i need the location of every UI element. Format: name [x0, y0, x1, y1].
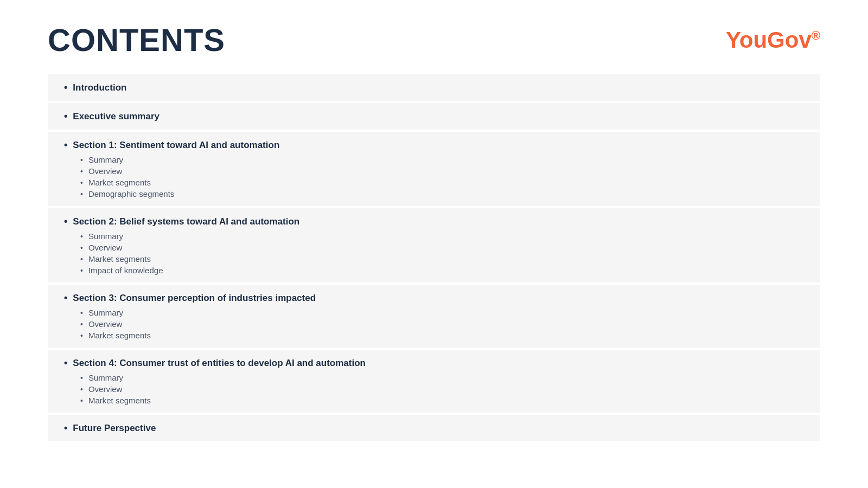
- sub-item-section2-0: • Summary: [64, 232, 804, 241]
- contents-item-section1: • Section 1: Sentiment toward AI and aut…: [48, 132, 820, 206]
- contents-item-section3: • Section 3: Consumer perception of indu…: [48, 285, 820, 348]
- page-title: CONTENTS: [48, 22, 225, 58]
- sub-label-section1-3: Demographic segments: [88, 189, 174, 198]
- sub-label-section2-3: Impact of knowledge: [88, 266, 163, 275]
- contents-list: • Introduction • Executive summary • Sec…: [48, 74, 820, 441]
- sub-item-section1-1: • Overview: [64, 166, 804, 176]
- sub-bullet-section3-0: •: [80, 309, 83, 317]
- sub-bullet-section3-1: •: [80, 320, 83, 329]
- contents-item-section2: • Section 2: Belief systems toward AI an…: [48, 208, 820, 282]
- sub-label-section1-0: Summary: [88, 155, 123, 164]
- sub-item-section1-0: • Summary: [64, 155, 804, 164]
- sub-items-section4: • Summary • Overview • Market segments: [64, 373, 804, 405]
- sub-item-section4-1: • Overview: [64, 384, 804, 394]
- sub-label-section4-0: Summary: [88, 373, 123, 382]
- sub-label-section1-1: Overview: [88, 166, 123, 176]
- sub-label-section3-0: Summary: [88, 308, 123, 317]
- label-section2: Section 2: Belief systems toward AI and …: [73, 216, 299, 227]
- sub-item-section1-3: • Demographic segments: [64, 189, 804, 198]
- sub-items-section2: • Summary • Overview • Market segments: [64, 232, 804, 275]
- sub-item-section4-2: • Market segments: [64, 396, 804, 405]
- sub-label-section2-1: Overview: [88, 243, 123, 252]
- simple-title-executive-summary: • Executive summary: [64, 111, 804, 122]
- sub-label-section4-2: Market segments: [88, 396, 151, 405]
- sub-bullet-section4-2: •: [80, 396, 83, 405]
- sub-bullet-section1-2: •: [80, 178, 83, 187]
- sub-bullet-section2-0: •: [80, 232, 83, 241]
- bullet-section2: •: [64, 216, 67, 227]
- sub-item-section1-2: • Market segments: [64, 178, 804, 187]
- sub-item-section4-0: • Summary: [64, 373, 804, 382]
- bullet-introduction: •: [64, 82, 67, 93]
- sub-label-section4-1: Overview: [88, 384, 123, 394]
- sub-item-section3-0: • Summary: [64, 308, 804, 317]
- yougov-logo: YouGov®: [726, 27, 820, 53]
- logo-gov: Gov: [767, 27, 812, 53]
- bullet-section4: •: [64, 357, 67, 369]
- sub-label-section3-2: Market segments: [88, 331, 151, 340]
- sub-item-section2-3: • Impact of knowledge: [64, 266, 804, 275]
- label-section1: Section 1: Sentiment toward AI and autom…: [73, 140, 279, 151]
- contents-item-introduction: • Introduction: [48, 74, 820, 101]
- sub-items-section3: • Summary • Overview • Market segments: [64, 308, 804, 340]
- sub-items-section1: • Summary • Overview • Market segments: [64, 155, 804, 198]
- header: CONTENTS YouGov®: [48, 22, 820, 58]
- sub-bullet-section2-2: •: [80, 255, 83, 264]
- section-title-section4: • Section 4: Consumer trust of entities …: [64, 357, 804, 369]
- sub-item-section3-2: • Market segments: [64, 331, 804, 340]
- label-introduction: Introduction: [73, 82, 126, 93]
- section-title-section3: • Section 3: Consumer perception of indu…: [64, 292, 804, 304]
- sub-bullet-section4-0: •: [80, 374, 83, 382]
- simple-title-introduction: • Introduction: [64, 82, 804, 93]
- sub-bullet-section2-3: •: [80, 266, 83, 275]
- label-executive-summary: Executive summary: [73, 111, 159, 122]
- bullet-section3: •: [64, 292, 67, 304]
- sub-item-section2-1: • Overview: [64, 243, 804, 252]
- sub-label-section2-2: Market segments: [88, 254, 151, 264]
- section-title-section2: • Section 2: Belief systems toward AI an…: [64, 216, 804, 227]
- contents-item-future-perspective: • Future Perspective: [48, 415, 820, 441]
- bullet-section1: •: [64, 139, 67, 151]
- sub-label-section2-0: Summary: [88, 232, 123, 241]
- sub-bullet-section1-3: •: [80, 190, 83, 198]
- bullet-executive-summary: •: [64, 111, 67, 122]
- sub-item-section3-1: • Overview: [64, 319, 804, 329]
- section-title-section1: • Section 1: Sentiment toward AI and aut…: [64, 139, 804, 151]
- label-section3: Section 3: Consumer perception of indust…: [73, 293, 316, 304]
- contents-item-section4: • Section 4: Consumer trust of entities …: [48, 350, 820, 413]
- logo-you: You: [726, 27, 767, 53]
- simple-title-future-perspective: • Future Perspective: [64, 422, 804, 434]
- sub-label-section1-2: Market segments: [88, 178, 151, 187]
- sub-label-section3-1: Overview: [88, 319, 123, 329]
- label-future-perspective: Future Perspective: [73, 423, 156, 434]
- sub-bullet-section4-1: •: [80, 385, 83, 394]
- label-section4: Section 4: Consumer trust of entities to…: [73, 358, 366, 369]
- sub-bullet-section1-1: •: [80, 167, 83, 176]
- sub-bullet-section1-0: •: [80, 156, 83, 164]
- sub-item-section2-2: • Market segments: [64, 254, 804, 264]
- sub-bullet-section3-2: •: [80, 331, 83, 340]
- logo-registered: ®: [812, 29, 820, 42]
- bullet-future-perspective: •: [64, 422, 67, 434]
- contents-item-executive-summary: • Executive summary: [48, 103, 820, 130]
- page: CONTENTS YouGov® • Introduction • Execut…: [0, 0, 868, 488]
- sub-bullet-section2-1: •: [80, 243, 83, 252]
